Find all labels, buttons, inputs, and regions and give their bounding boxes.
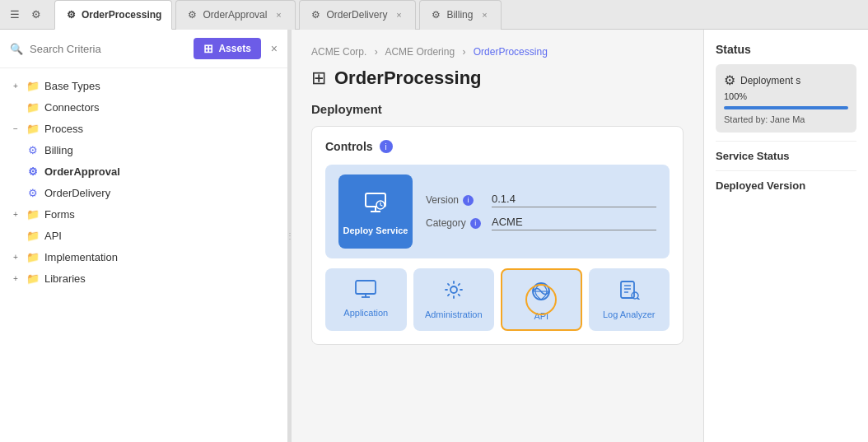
sidebar: 🔍 ⊞ Assets × + 📁 Base Types + 📁 Connecto… <box>0 30 288 442</box>
administration-icon <box>444 280 464 305</box>
breadcrumb-acme-corp[interactable]: ACME Corp. <box>311 46 366 58</box>
category-info-icon[interactable]: i <box>470 218 481 229</box>
sidebar-item-libraries[interactable]: + 📁 Libraries <box>0 268 287 289</box>
tab-icon-billing: ⚙ <box>430 9 441 21</box>
status-progress-pct: 100% <box>724 91 848 101</box>
breadcrumb: ACME Corp. › ACME Ordering › OrderProces… <box>311 46 684 58</box>
status-divider2 <box>716 170 856 171</box>
expand-icon-implementation: + <box>10 251 21 263</box>
expand-icon-libraries: + <box>10 272 21 284</box>
version-label: Version i <box>426 194 483 206</box>
collapse-icon-process: − <box>10 123 21 134</box>
sidebar-item-label-connectors: Connectors <box>44 101 99 114</box>
log-analyzer-label: Log Analyzer <box>603 309 656 319</box>
process-icon-orderapproval: ⚙ <box>26 165 40 178</box>
process-icon-billing: ⚙ <box>26 143 40 156</box>
main-content: ACME Corp. › ACME Ordering › OrderProces… <box>292 30 703 442</box>
tab-orderprocessing[interactable]: ⚙ OrderProcessing <box>54 0 172 30</box>
page-title-row: ⊞ OrderProcessing <box>311 67 684 89</box>
sidebar-item-label-billing: Billing <box>44 144 73 156</box>
assets-button-label: Assets <box>218 43 250 54</box>
application-icon <box>355 280 376 303</box>
sidebar-item-label-forms: Forms <box>44 208 75 221</box>
tab-icon-orderapproval: ⚙ <box>186 9 198 21</box>
sidebar-item-process[interactable]: − 📁 Process <box>0 118 287 139</box>
status-title: Status <box>716 43 856 56</box>
sidebar-item-label-orderdelivery: OrderDelivery <box>44 187 110 199</box>
deploy-fields: Version i 0.1.4 Category i ACME <box>426 193 656 230</box>
administration-button[interactable]: Administration <box>413 268 495 331</box>
deployment-status-icon: ⚙ <box>724 72 735 88</box>
page-title-icon: ⊞ <box>311 67 326 89</box>
tab-icon-orderdelivery: ⚙ <box>310 9 321 21</box>
api-button[interactable]: API <box>501 268 582 331</box>
page-title: OrderProcessing <box>334 67 482 89</box>
deploy-service-row: Deploy Service Version i 0.1.4 Category … <box>325 165 670 258</box>
breadcrumb-sep1: › <box>375 46 378 58</box>
assets-icon: ⊞ <box>203 42 213 55</box>
sidebar-item-implementation[interactable]: + 📁 Implementation <box>0 246 287 268</box>
tab-label-orderprocessing: OrderProcessing <box>82 9 161 21</box>
tab-orderdelivery[interactable]: ⚙ OrderDelivery × <box>299 0 416 30</box>
top-bar: ☰ ⚙ ⚙ OrderProcessing ⚙ OrderApproval × … <box>0 0 868 30</box>
sidebar-item-api[interactable]: + 📁 API <box>0 225 287 246</box>
folder-icon-connectors: 📁 <box>26 100 40 114</box>
controls-card: Controls i Deploy Service <box>311 126 684 345</box>
sidebar-item-orderapproval[interactable]: ⚙ OrderApproval <box>0 161 287 182</box>
main-layout: 🔍 ⊞ Assets × + 📁 Base Types + 📁 Connecto… <box>0 30 868 442</box>
sidebar-item-label-process: Process <box>44 123 83 135</box>
expand-icon: + <box>10 80 21 91</box>
controls-label: Controls <box>325 140 373 153</box>
deploy-service-icon <box>362 188 389 221</box>
folder-icon: 📁 <box>26 79 40 92</box>
top-bar-icons: ☰ ⚙ <box>7 7 44 23</box>
tab-close-orderapproval[interactable]: × <box>272 8 285 21</box>
api-label: API <box>534 311 548 321</box>
deploy-service-button[interactable]: Deploy Service <box>338 174 413 249</box>
sidebar-close-button[interactable]: × <box>271 42 278 55</box>
controls-info-icon[interactable]: i <box>380 140 393 153</box>
tab-billing[interactable]: ⚙ Billing × <box>419 0 502 30</box>
svg-line-15 <box>637 298 639 300</box>
search-input[interactable] <box>30 43 187 55</box>
version-field-row: Version i 0.1.4 <box>426 193 656 207</box>
tab-close-orderdelivery[interactable]: × <box>392 8 405 21</box>
tab-label-orderdelivery: OrderDelivery <box>326 9 387 21</box>
sidebar-item-billing[interactable]: ⚙ Billing <box>0 139 287 161</box>
sidebar-item-base-types[interactable]: + 📁 Base Types <box>0 75 287 96</box>
controls-grid: Application Administration <box>325 268 670 331</box>
breadcrumb-acme-ordering[interactable]: ACME Ordering <box>385 46 455 58</box>
tab-label-orderapproval: OrderApproval <box>203 9 267 21</box>
gear-icon[interactable]: ⚙ <box>28 7 44 23</box>
status-panel: Status ⚙ Deployment s 100% Started by: J… <box>703 30 868 442</box>
folder-icon-forms: 📁 <box>26 207 40 221</box>
sidebar-item-forms[interactable]: + 📁 Forms <box>0 203 287 225</box>
hamburger-icon[interactable]: ☰ <box>7 7 23 23</box>
application-button[interactable]: Application <box>325 268 407 331</box>
api-icon <box>530 281 552 306</box>
svg-rect-4 <box>356 281 376 294</box>
svg-point-7 <box>450 286 457 293</box>
tab-orderapproval[interactable]: ⚙ OrderApproval × <box>175 0 296 30</box>
category-value: ACME <box>492 216 656 230</box>
assets-button[interactable]: ⊞ Assets <box>194 38 260 59</box>
sidebar-item-label-libraries: Libraries <box>44 272 86 285</box>
sidebar-item-label-orderapproval: OrderApproval <box>44 165 120 178</box>
deploy-service-label: Deploy Service <box>343 226 408 235</box>
version-info-icon[interactable]: i <box>463 195 474 206</box>
application-label: Application <box>343 308 388 318</box>
tab-close-billing[interactable]: × <box>478 8 491 21</box>
sidebar-item-label-api: API <box>44 230 62 242</box>
sidebar-item-orderdelivery[interactable]: ⚙ OrderDelivery <box>0 182 287 203</box>
sidebar-item-connectors[interactable]: + 📁 Connectors <box>0 96 287 118</box>
status-progress-bar <box>724 106 848 109</box>
breadcrumb-current[interactable]: OrderProcessing <box>474 46 548 58</box>
search-icon: 🔍 <box>10 43 23 55</box>
category-label: Category i <box>426 217 483 229</box>
tab-label-billing: Billing <box>446 9 473 21</box>
sidebar-search-bar: 🔍 ⊞ Assets × <box>0 30 287 68</box>
expand-icon-forms: + <box>10 208 21 220</box>
sidebar-item-label-implementation: Implementation <box>44 251 118 263</box>
log-analyzer-button[interactable]: Log Analyzer <box>589 268 670 331</box>
folder-icon-libraries: 📁 <box>26 272 40 285</box>
